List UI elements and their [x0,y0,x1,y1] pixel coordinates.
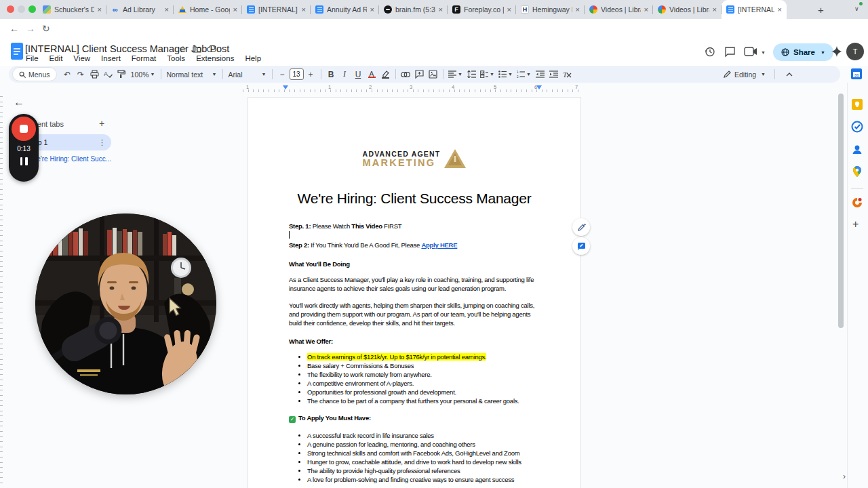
close-tab-icon[interactable]: × [302,5,306,14]
minimize-window-button[interactable] [18,5,25,13]
insert-link-icon[interactable] [399,68,412,81]
meet-dropdown-icon[interactable]: ▼ [761,50,766,55]
browser-tab-active[interactable]: [INTERNAL] Cl× [722,0,787,19]
keep-icon[interactable] [851,98,863,110]
cloud-status-icon[interactable] [207,45,217,53]
font-select[interactable]: Arial▼ [226,68,269,81]
hide-side-panel-icon[interactable]: › [843,472,846,481]
menu-help[interactable]: Help [240,54,266,63]
add-on-icon[interactable] [851,197,863,209]
hide-tabs-arrow-icon[interactable]: ← [14,96,24,108]
line-spacing-icon[interactable] [465,68,478,81]
browser-tab[interactable]: Home - Google× [174,0,242,19]
checklist-select[interactable]: ▼ [479,68,496,81]
close-tab-icon[interactable]: × [576,5,580,14]
close-window-button[interactable] [7,5,14,13]
zoom-select[interactable]: 100%▼ [129,68,157,81]
version-history-icon[interactable] [704,46,715,58]
browser-tab[interactable]: Annuity Ad Re× [311,0,379,19]
decrease-font-icon[interactable]: − [276,68,289,81]
apply-link[interactable]: Apply HERE [421,241,457,249]
undo-icon[interactable]: ↶ [61,68,74,81]
comments-icon[interactable] [724,46,736,58]
back-icon[interactable]: ← [9,23,19,34]
numbered-list-select[interactable]: 1.2.▼ [515,68,533,81]
tasks-icon[interactable] [851,121,863,133]
redo-icon[interactable]: ↷ [75,68,87,81]
maps-icon[interactable] [851,165,863,178]
browser-tab[interactable]: FForeplay.co | S× [448,0,516,19]
close-tab-icon[interactable]: × [98,5,102,14]
italic-icon[interactable]: I [338,68,351,81]
tab-search-chevron-icon[interactable]: ∨ [854,5,859,12]
calendar-icon[interactable]: 31 [850,68,863,80]
add-tab-icon[interactable]: + [99,118,104,129]
menu-edit[interactable]: Edit [45,54,68,63]
left-indent-marker[interactable] [283,85,288,89]
right-indent-marker[interactable] [536,85,542,89]
paint-format-icon[interactable] [115,68,128,81]
reload-icon[interactable]: ↻ [42,23,50,34]
menu-tools[interactable]: Tools [162,54,190,63]
clear-formatting-icon[interactable]: T [561,68,574,81]
contacts-icon[interactable] [851,144,863,156]
browser-tab[interactable]: Schucker's Dig× [38,0,106,19]
close-tab-icon[interactable]: × [370,5,374,14]
menus-search-button[interactable]: Menus [13,68,56,81]
new-tab-button[interactable]: + [818,4,824,16]
docs-profile-avatar[interactable]: T [846,43,864,60]
browser-tab[interactable]: ∞Ad Library× [106,0,174,19]
outline-heading-link[interactable]: We're Hiring: Client Succ... [31,155,111,163]
browser-tab[interactable]: HHemingway Ed× [516,0,585,19]
browser-tab[interactable]: Videos | Librar× [585,0,653,19]
print-icon[interactable] [88,68,101,81]
get-add-ons-icon[interactable]: + [852,218,859,230]
increase-font-icon[interactable]: + [304,68,317,81]
close-tab-icon[interactable]: × [778,5,782,14]
bulleted-list-select[interactable]: ▼ [497,68,515,81]
decrease-indent-icon[interactable] [534,68,547,81]
scrollbar-thumb[interactable] [838,94,844,328]
menu-view[interactable]: View [68,54,95,63]
recording-widget[interactable]: 0:13 [9,114,39,182]
browser-tab[interactable]: [INTERNAL] Cl× [242,0,311,19]
add-comment-button[interactable] [572,237,590,255]
add-comment-icon[interactable] [413,68,426,81]
forward-icon[interactable]: → [26,23,35,34]
close-tab-icon[interactable]: × [507,5,511,14]
menu-file[interactable]: File [21,54,43,63]
share-dropdown-icon[interactable]: ▼ [821,50,825,55]
share-button[interactable]: Share ▼ [773,43,833,61]
close-tab-icon[interactable]: × [165,5,169,14]
editing-mode-select[interactable]: Editing▼ [724,68,772,81]
meet-video-icon[interactable] [744,47,757,56]
zoom-window-button[interactable] [28,5,36,13]
bold-icon[interactable]: B [325,68,338,81]
insert-image-icon[interactable] [427,68,439,81]
text-color-icon[interactable]: A [366,68,378,81]
menu-insert[interactable]: Insert [96,54,125,63]
menu-extensions[interactable]: Extensions [191,54,239,63]
styles-select[interactable]: Normal text▼ [165,68,219,81]
browser-tab[interactable]: brain.fm (5:30)× [379,0,448,19]
stop-recording-button[interactable] [12,117,36,141]
close-tab-icon[interactable]: × [644,5,648,14]
spellcheck-icon[interactable]: A [102,68,115,81]
close-tab-icon[interactable]: × [233,5,237,14]
close-tab-icon[interactable]: × [713,5,717,14]
tab-pen-button[interactable] [572,218,590,236]
menu-format[interactable]: Format [127,54,161,63]
webcam-bubble[interactable] [35,214,216,394]
close-tab-icon[interactable]: × [439,5,443,14]
move-folder-icon[interactable] [193,45,201,53]
hide-menus-icon[interactable] [783,68,795,81]
font-size-input[interactable]: 13 [290,68,304,80]
star-document-icon[interactable]: ☆ [179,44,187,54]
pause-recording-button[interactable] [9,157,39,165]
browser-tab[interactable]: Videos | Librar× [653,0,722,19]
gemini-sparkle-icon[interactable] [831,46,842,57]
align-select[interactable]: ▼ [447,68,465,81]
increase-indent-icon[interactable] [547,68,560,81]
underline-icon[interactable]: U [352,68,365,81]
tab-options-icon[interactable]: ⋮ [98,138,111,147]
